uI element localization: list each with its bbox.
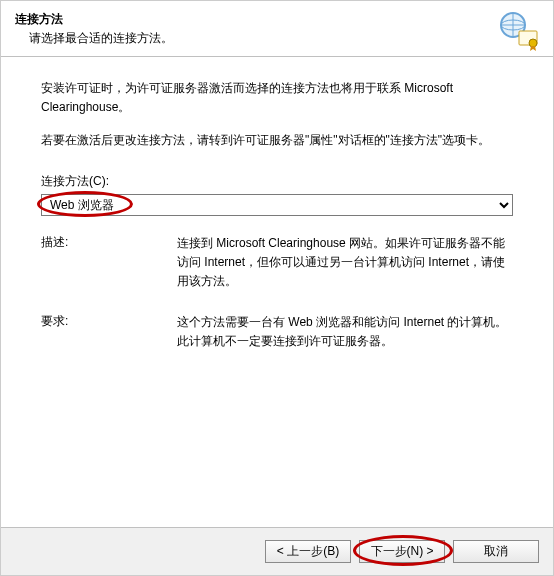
next-button-wrap: 下一步(N) > [359, 540, 445, 563]
page-title: 连接方法 [15, 11, 173, 28]
cancel-button[interactable]: 取消 [453, 540, 539, 563]
note-text: 若要在激活后更改连接方法，请转到许可证服务器"属性"对话框的"连接方法"选项卡。 [41, 131, 513, 150]
wizard-footer: < 上一步(B) 下一步(N) > 取消 [1, 527, 553, 575]
requirement-row: 要求: 这个方法需要一台有 Web 浏览器和能访问 Internet 的计算机。… [41, 313, 513, 351]
back-button[interactable]: < 上一步(B) [265, 540, 351, 563]
description-label: 描述: [41, 234, 177, 292]
method-label: 连接方法(C): [41, 173, 513, 190]
intro-text: 安装许可证时，为许可证服务器激活而选择的连接方法也将用于联系 Microsoft… [41, 79, 513, 117]
description-row: 描述: 连接到 Microsoft Clearinghouse 网站。如果许可证… [41, 234, 513, 292]
svg-point-3 [529, 39, 537, 47]
requirement-label: 要求: [41, 313, 177, 351]
wizard-content: 安装许可证时，为许可证服务器激活而选择的连接方法也将用于联系 Microsoft… [1, 57, 553, 384]
connection-method-select[interactable]: Web 浏览器 [41, 194, 513, 216]
method-select-wrap: Web 浏览器 [41, 194, 513, 216]
wizard-header: 连接方法 请选择最合适的连接方法。 [1, 1, 553, 57]
description-value: 连接到 Microsoft Clearinghouse 网站。如果许可证服务器不… [177, 234, 513, 292]
next-button[interactable]: 下一步(N) > [359, 540, 445, 563]
requirement-value: 这个方法需要一台有 Web 浏览器和能访问 Internet 的计算机。此计算机… [177, 313, 513, 351]
page-subtitle: 请选择最合适的连接方法。 [29, 30, 173, 47]
certificate-icon [499, 11, 539, 51]
header-text-block: 连接方法 请选择最合适的连接方法。 [15, 11, 173, 47]
